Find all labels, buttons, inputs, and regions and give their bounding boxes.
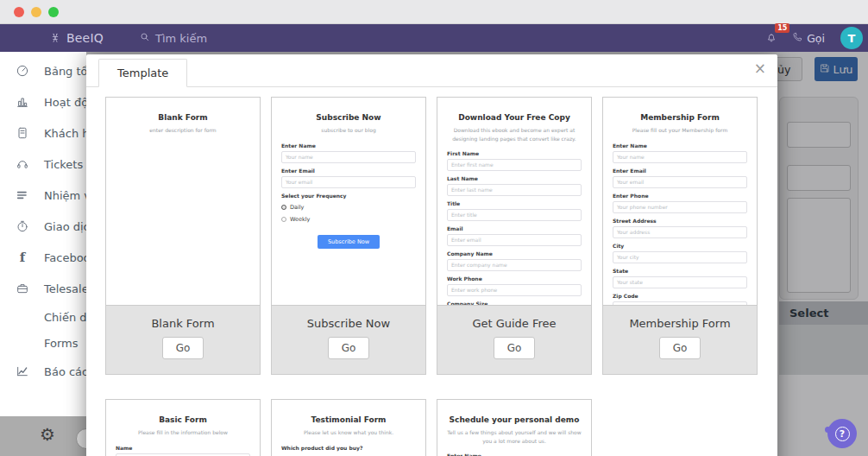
report-icon: [15, 364, 30, 378]
field-input: Your phone number: [613, 201, 747, 213]
field-input: Enter title: [447, 209, 582, 221]
field-label: Enter Phone: [613, 193, 747, 199]
field-input: [116, 453, 250, 456]
question-mark-icon: ?: [835, 427, 850, 441]
preview-subtitle: Please fill in the information below: [116, 428, 250, 437]
card-footer: Blank Form Go: [106, 305, 260, 374]
template-name: Subscribe Now: [272, 306, 425, 330]
sidebar-item-label: Báo cáo: [44, 365, 89, 378]
gauge-icon: [15, 64, 30, 78]
sidebar-item-label: Tickets: [44, 158, 83, 171]
window-close-button[interactable]: [14, 7, 24, 17]
brand[interactable]: BeeIQ: [50, 31, 104, 45]
preview-subtitle: Download this ebook and become an expert…: [447, 126, 582, 142]
field-input: Enter first name: [447, 159, 582, 171]
notifications-button[interactable]: 15: [766, 30, 777, 47]
radio-label: Daily: [290, 204, 304, 211]
field-input: Your name: [613, 151, 747, 163]
sidebar-item-label: Forms: [44, 337, 79, 350]
go-button[interactable]: Go: [494, 337, 536, 359]
field-label: City: [613, 243, 747, 249]
card-footer: Membership Form Go: [603, 305, 757, 374]
template-preview: Subscribe Now subscribe to our blog Ente…: [272, 98, 425, 305]
preview-subtitle: Please fill out your Membership form: [613, 126, 747, 135]
deals-icon: [15, 219, 30, 233]
field-label: Zip Code: [613, 293, 747, 299]
template-preview: Basic Form Please fill in the informatio…: [106, 400, 260, 456]
template-card-subscribe-now[interactable]: Subscribe Now subscribe to our blog Ente…: [271, 97, 426, 375]
search-input[interactable]: Tìm kiếm: [140, 32, 207, 45]
template-preview: Testimonial Form Please let us know what…: [272, 400, 425, 456]
field-label: Last Name: [447, 175, 582, 181]
template-name: Blank Form: [106, 306, 260, 330]
radio-checked-icon: [281, 205, 286, 210]
field-label: Enter Email: [613, 168, 747, 174]
preview-title: Schedule your personal demo: [447, 415, 582, 424]
template-card-get-guide-free[interactable]: Download Your Free Copy Download this eb…: [437, 97, 592, 375]
field-label: Email: [447, 225, 582, 231]
template-name: Get Guide Free: [437, 306, 591, 330]
card-footer: Subscribe Now Go: [272, 305, 425, 374]
phone-icon: [792, 32, 802, 45]
preview-subtitle: enter description for form: [116, 126, 250, 135]
template-card-testimonial-form[interactable]: Testimonial Form Please let us know what…: [271, 399, 426, 456]
template-grid: Blank Form enter description for form Bl…: [86, 87, 777, 456]
field-label: First Name: [447, 150, 582, 156]
template-name: Membership Form: [603, 306, 757, 330]
field-input: Enter last name: [447, 184, 582, 196]
preview-fields: Which product did you buy? Product1: [281, 445, 416, 456]
window-minimize-button[interactable]: [31, 7, 41, 17]
go-button[interactable]: Go: [328, 337, 370, 359]
radio-label: Weekly: [290, 216, 310, 223]
field-input: Your city: [613, 251, 747, 263]
go-button[interactable]: Go: [659, 337, 701, 359]
search-icon: [140, 32, 150, 45]
field-label: Enter Name: [613, 142, 747, 149]
preview-title: Testimonial Form: [281, 415, 416, 424]
preview-fields: First Name Enter first name Last Name En…: [447, 150, 582, 305]
customers-icon: [15, 126, 30, 140]
radio-option: Daily: [281, 204, 416, 211]
preview-title: Download Your Free Copy: [447, 113, 582, 122]
field-input: Enter company name: [447, 259, 582, 271]
field-label: Which product did you buy?: [281, 445, 416, 451]
preview-subtitle: subscribe to our blog: [281, 126, 416, 135]
preview-title: Subscribe Now: [281, 113, 416, 122]
preview-submit-button: Subscribe Now: [318, 235, 380, 249]
field-input: Enter work phone: [447, 284, 582, 296]
field-input: Your email: [613, 176, 747, 188]
window-maximize-button[interactable]: [48, 7, 59, 17]
field-label: Enter Name: [447, 453, 582, 456]
tab-template[interactable]: Template: [98, 59, 187, 87]
template-card-membership-form[interactable]: Membership Form Please fill out your Mem…: [602, 97, 758, 375]
app-header: BeeIQ Tìm kiếm 15 Gọi T: [0, 24, 868, 52]
avatar[interactable]: T: [840, 27, 863, 49]
preview-subtitle: Please let us know what you think.: [281, 428, 416, 437]
field-label: Company Name: [447, 250, 582, 256]
template-card-schedule-demo[interactable]: Schedule your personal demo Tell us a fe…: [437, 399, 592, 456]
template-preview: Blank Form enter description for form: [106, 98, 260, 305]
notification-badge: 15: [775, 23, 789, 34]
call-button[interactable]: Gọi: [792, 32, 825, 45]
go-button[interactable]: Go: [162, 337, 204, 359]
template-card-basic-form[interactable]: Basic Form Please fill in the informatio…: [105, 399, 261, 456]
template-preview: Download Your Free Copy Download this eb…: [437, 98, 591, 305]
search-placeholder: Tìm kiếm: [155, 32, 207, 45]
preview-subtitle: Tell us a few things about yourself and …: [447, 428, 582, 445]
activity-icon: [15, 95, 30, 109]
settings-gear-icon[interactable]: ⚙: [40, 424, 55, 445]
beeiq-logo-icon: [50, 33, 60, 43]
close-icon[interactable]: ×: [754, 61, 766, 76]
header-actions: 15 Gọi T: [766, 27, 868, 49]
call-label: Gọi: [807, 32, 825, 45]
radio-icon: [281, 217, 286, 222]
help-button[interactable]: ?: [827, 419, 857, 448]
modal-header: Template ×: [86, 54, 777, 87]
preview-fields: Name: [116, 445, 250, 456]
template-card-blank-form[interactable]: Blank Form enter description for form Bl…: [105, 97, 261, 375]
brand-name: BeeIQ: [66, 31, 104, 45]
tasks-icon: [15, 188, 30, 202]
template-preview: Membership Form Please fill out your Mem…: [603, 98, 757, 305]
preview-title: Membership Form: [613, 113, 747, 122]
card-footer: Get Guide Free Go: [437, 305, 591, 374]
